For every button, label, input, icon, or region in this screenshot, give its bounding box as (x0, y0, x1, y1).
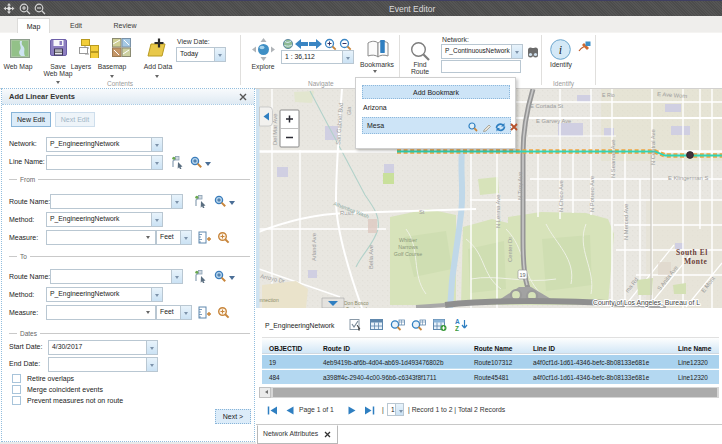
svg-text:Center Dr: Center Dr (507, 237, 513, 262)
svg-text:St: St (419, 209, 425, 215)
svg-text:County of Los Angeles, Bureau: County of Los Angeles, Bureau of L (593, 299, 700, 307)
svg-text:E Klingerman S: E Klingerman S (668, 175, 708, 181)
svg-text:Narrows: Narrows (398, 244, 418, 250)
svg-text:E Cortada St: E Cortada St (530, 103, 564, 109)
svg-text:onnection: onnection (257, 297, 279, 303)
svg-text:Monte: Monte (684, 257, 707, 266)
svg-text:i: i (559, 43, 562, 57)
svg-text:Del Mar Ave: Del Mar Ave (272, 114, 278, 145)
svg-text:South El: South El (676, 248, 708, 257)
svg-text:N Lerma Ave: N Lerma Ave (495, 195, 501, 228)
svg-text:E Garvey Ave: E Garvey Ave (536, 118, 571, 124)
svg-text:Technical: Technical (346, 306, 367, 308)
svg-text:N Merced Ave: N Merced Ave (623, 204, 629, 240)
svg-text:N Seaman Ave: N Seaman Ave (610, 139, 616, 178)
svg-text:N Troy Ave: N Troy Ave (517, 172, 523, 200)
svg-text:Gla: Gla (346, 107, 352, 115)
svg-text:Bella Ave: Bella Ave (368, 245, 374, 269)
svg-text:Arland Ave: Arland Ave (311, 233, 317, 261)
svg-text:E Rio: E Rio (602, 92, 615, 98)
svg-text:Whittier: Whittier (399, 237, 417, 243)
svg-text:N Potrero Ave: N Potrero Ave (589, 176, 595, 212)
svg-text:N Central Ave: N Central Ave (650, 129, 656, 165)
svg-text:Z: Z (455, 325, 459, 332)
svg-text:N Chico Ave: N Chico Ave (558, 180, 564, 212)
svg-text:19: 19 (519, 272, 525, 278)
svg-text:Golf Course: Golf Course (394, 251, 422, 257)
